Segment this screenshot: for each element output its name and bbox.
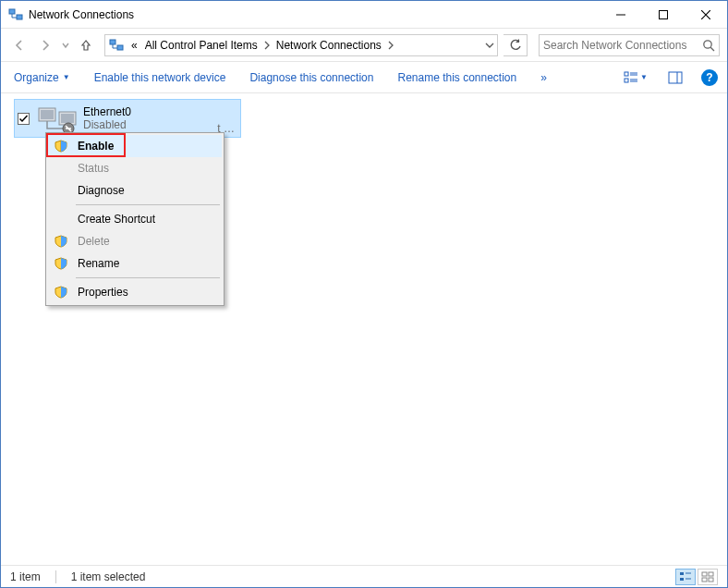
maximize-button[interactable] [642,1,685,29]
rename-label: Rename this connection [397,71,516,84]
shield-icon [54,256,68,271]
window-controls [600,1,727,29]
svg-rect-7 [625,79,628,82]
preview-pane-button[interactable] [666,69,685,86]
svg-rect-2 [660,10,668,18]
blank-icon [54,212,68,227]
svg-rect-20 [702,578,707,582]
address-bar[interactable]: « All Control Panel Items Network Connec… [104,34,498,56]
chevron-down-icon: ▼ [640,73,648,81]
svg-rect-0 [9,9,15,14]
address-icon[interactable] [105,35,127,55]
enable-device-button[interactable]: Enable this network device [91,67,230,88]
svg-rect-6 [625,72,628,76]
ctx-properties-label: Properties [78,286,128,299]
nav-row: « All Control Panel Items Network Connec… [1,29,727,62]
recent-locations-button[interactable] [60,42,71,49]
enable-device-label: Enable this network device [94,71,226,84]
shield-icon [54,285,68,300]
crumb-root[interactable]: « [127,35,141,55]
ctx-enable-label: Enable [78,140,114,153]
ctx-rename-label: Rename [78,257,119,270]
close-button[interactable] [685,1,727,29]
help-button[interactable]: ? [701,69,718,86]
ctx-enable[interactable]: Enable [48,135,222,157]
ctx-status: Status [48,157,222,179]
crumb-network-connections[interactable]: Network Connections [273,35,385,55]
svg-rect-3 [110,40,115,44]
status-selected: 1 item selected [71,570,146,583]
minimize-button[interactable] [600,1,642,29]
ctx-diagnose[interactable]: Diagnose [48,179,222,202]
ctx-create-shortcut[interactable]: Create Shortcut [48,208,222,230]
address-history-button[interactable] [480,35,497,55]
refresh-button[interactable] [504,34,528,56]
svg-rect-4 [117,45,123,50]
svg-rect-19 [709,572,713,576]
connection-checkbox[interactable] [15,113,31,125]
search-icon[interactable] [702,39,715,52]
diagnose-label: Diagnose this connection [249,71,373,84]
toolbar-overflow-button[interactable]: » [537,67,551,88]
forward-button[interactable] [34,34,56,56]
back-button[interactable] [8,34,30,56]
content-area: Ethernet0 Disabled t … Enable Status Dia… [1,93,727,565]
up-button[interactable] [75,34,97,56]
chevron-down-icon: ▼ [63,73,70,81]
svg-rect-1 [17,15,22,19]
rename-connection-button[interactable]: Rename this connection [394,67,520,88]
toolbar: Organize ▼ Enable this network device Di… [1,62,727,93]
shield-icon [54,139,68,153]
network-connections-icon [8,7,23,22]
blank-icon [54,183,68,198]
crumb-all-control-panel[interactable]: All Control Panel Items [141,35,261,55]
ctx-delete: Delete [48,230,222,252]
ctx-delete-label: Delete [78,235,110,248]
svg-rect-16 [680,572,684,575]
ctx-rename[interactable]: Rename [48,252,222,275]
chevron-right-icon [385,41,396,50]
title-text: Network Connections [29,8,600,21]
view-mode-switcher [675,569,718,585]
connection-name: Ethernet0 [83,105,240,118]
organize-button[interactable]: Organize ▼ [10,67,74,88]
toolbar-more: » [540,71,547,84]
chevron-right-icon [261,41,273,50]
svg-rect-17 [680,578,684,581]
status-bar: 1 item 1 item selected [1,565,727,587]
search-input[interactable] [543,39,702,52]
view-options-button[interactable]: ▼ [622,69,649,86]
network-adapter-icon [31,103,83,134]
svg-rect-12 [41,110,54,119]
svg-rect-18 [702,572,707,576]
svg-rect-21 [709,578,713,582]
search-box[interactable] [539,34,720,56]
ctx-separator [76,204,220,205]
ctx-create-shortcut-label: Create Shortcut [78,213,155,226]
blank-icon [54,161,68,176]
status-count: 1 item [10,570,41,583]
titlebar: Network Connections [1,1,727,29]
details-view-button[interactable] [675,569,696,585]
diagnose-connection-button[interactable]: Diagnose this connection [246,67,377,88]
organize-label: Organize [14,71,59,84]
ctx-properties[interactable]: Properties [48,281,222,303]
window: Network Connections [0,0,728,588]
status-divider [55,570,56,583]
shield-icon [54,234,68,249]
ctx-status-label: Status [78,162,109,175]
ctx-diagnose-label: Diagnose [78,184,125,197]
context-menu: Enable Status Diagnose Create Shortcut D… [45,132,224,306]
svg-rect-14 [61,114,74,123]
svg-point-5 [704,40,711,47]
ctx-separator [76,277,220,278]
svg-rect-8 [669,72,682,83]
icons-view-button[interactable] [698,569,718,585]
